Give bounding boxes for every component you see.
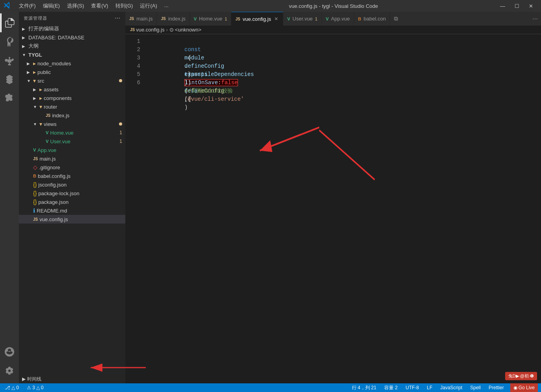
sidebar-item-outline[interactable]: ▶ 大纲: [19, 42, 125, 50]
status-language[interactable]: JavaScript: [439, 383, 464, 392]
sidebar-item-router-index[interactable]: ▶ JS index.js: [19, 111, 125, 120]
file-label: public: [37, 69, 51, 75]
section-label: 打开的编辑器: [28, 25, 59, 32]
tab-home-vue[interactable]: V Home.vue 1: [190, 12, 232, 26]
menu-more[interactable]: ...: [161, 2, 172, 10]
file-label: README.md: [37, 208, 67, 214]
arrow-icon: ▶: [27, 70, 33, 74]
tab-app-vue[interactable]: V App.vue: [322, 12, 354, 26]
sidebar-item-assets[interactable]: ▶ ▸ assets: [19, 85, 125, 94]
sidebar-item-package[interactable]: ▶ {} package.json: [19, 198, 125, 206]
sidebar-item-public[interactable]: ▶ ▸ public: [19, 68, 125, 76]
activity-search-icon[interactable]: [0, 32, 19, 51]
file-label: assets: [44, 87, 59, 92]
encoding-label: UTF-8: [405, 385, 419, 390]
sidebar-item-main-js[interactable]: ▶ JS main.js: [19, 154, 125, 163]
status-spell[interactable]: Spell: [468, 383, 482, 392]
sidebar-item-views[interactable]: ▼ ▾ views: [19, 120, 125, 128]
activity-settings-icon[interactable]: [0, 361, 19, 380]
menu-select[interactable]: 选择(S): [64, 2, 87, 10]
sidebar-item-babel[interactable]: ▶ B babel.config.js: [19, 172, 125, 180]
sidebar: 资源管理器 ⋯ ▶ 打开的编辑器 ▶ DATABASE: DATABASE ▶ …: [19, 12, 125, 383]
tab-label: babel.con: [364, 16, 386, 22]
svg-line-2: [319, 130, 375, 180]
vue-file-icon: V: [46, 139, 48, 144]
status-spaces[interactable]: 容量 2: [383, 383, 399, 392]
breadcrumb-file[interactable]: vue.config.js: [136, 27, 164, 33]
activity-account-icon[interactable]: [0, 342, 19, 361]
git-branch-icon: ⎇: [5, 385, 10, 390]
tab-main-js[interactable]: JS main.js: [125, 12, 157, 26]
json-file-icon: {}: [33, 199, 37, 205]
activity-bar: [0, 12, 19, 383]
file-label: App.vue: [37, 147, 56, 153]
sidebar-item-router[interactable]: ▼ ▾ router: [19, 102, 125, 111]
file-label: User.vue: [50, 139, 70, 144]
line-num-1: 1: [125, 37, 140, 46]
code-line-2: module . exports = defineConfig ({: [151, 46, 541, 54]
sidebar-item-user-vue[interactable]: ▶ V User.vue 1: [19, 137, 125, 146]
code-editor: 1 2 3 4 5 6 const { defineConfig } = req…: [125, 34, 541, 383]
minimize-button[interactable]: —: [495, 2, 510, 11]
tab-index-js[interactable]: JS index.js: [157, 12, 190, 26]
menu-edit[interactable]: 编辑(E): [40, 2, 63, 10]
status-encoding[interactable]: UTF-8: [404, 383, 420, 392]
activity-git-icon[interactable]: [0, 51, 19, 70]
sidebar-item-node-modules[interactable]: ▶ ▸ node_modules: [19, 59, 125, 68]
sidebar-item-components[interactable]: ▶ ▸ components: [19, 94, 125, 102]
line-num-2: 2: [125, 46, 140, 54]
tab-babel[interactable]: B babel.con: [354, 12, 390, 26]
activity-debug-icon[interactable]: [0, 70, 19, 89]
status-prettier[interactable]: Prettier: [487, 383, 506, 392]
sidebar-content: ▶ 打开的编辑器 ▶ DATABASE: DATABASE ▶ 大纲 ▼ TYG…: [19, 24, 125, 375]
breadcrumb-scope[interactable]: <unknown>: [175, 27, 201, 33]
close-button[interactable]: ✕: [524, 2, 538, 11]
sidebar-item-src[interactable]: ▼ ▾ src: [19, 76, 125, 85]
status-golive[interactable]: ◉ Go Live: [510, 383, 538, 392]
sidebar-item-package-lock[interactable]: ▶ {} package-lock.json: [19, 189, 125, 198]
tab-close-button[interactable]: ✕: [273, 16, 279, 22]
section-label: TYGL: [28, 52, 42, 58]
change-badge: 1: [119, 139, 122, 144]
section-label: DATABASE: DATABASE: [28, 35, 84, 41]
tab-user-vue[interactable]: V User.vue 1: [283, 12, 322, 26]
sidebar-item-jsconfig[interactable]: ▶ {} jsconfig.json: [19, 180, 125, 189]
menu-file[interactable]: 文件(F): [16, 2, 39, 10]
tabs-more-icon[interactable]: ⋯: [529, 16, 541, 22]
sidebar-item-database[interactable]: ▶ DATABASE: DATABASE: [19, 33, 125, 42]
md-file-icon: ℹ: [33, 207, 35, 214]
warning-count: 0: [41, 385, 44, 390]
activity-extensions-icon[interactable]: [0, 89, 19, 108]
status-eol[interactable]: LF: [425, 383, 434, 392]
sidebar-item-open-editors[interactable]: ▶ 打开的编辑器: [19, 24, 125, 33]
split-editor-icon[interactable]: ⧉: [391, 15, 401, 22]
position-label: 行 4，列 21: [352, 385, 377, 391]
arrow-icon: ▼: [33, 122, 39, 126]
code-content[interactable]: const { defineConfig } = require ( '@vue…: [145, 34, 541, 383]
sidebar-item-app-vue[interactable]: ▶ V App.vue: [19, 146, 125, 154]
menu-view[interactable]: 查看(V): [88, 2, 111, 10]
timeline-toggle[interactable]: ▶: [22, 376, 26, 382]
sidebar-item-tygl[interactable]: ▼ TYGL: [19, 50, 125, 59]
status-errors[interactable]: ⚠ 3 △ 0: [25, 383, 45, 392]
file-label: src: [37, 78, 44, 84]
sidebar-item-vue-config[interactable]: ▶ JS vue.config.js: [19, 215, 125, 224]
js-tab-icon: JS: [235, 17, 240, 21]
eol-label: LF: [427, 385, 432, 390]
breadcrumb-scope-icon: ⊙: [169, 27, 174, 33]
sidebar-item-readme[interactable]: ▶ ℹ README.md: [19, 206, 125, 215]
maximize-button[interactable]: ☐: [510, 2, 524, 11]
code-line-3: transpileDependencies : true ,: [151, 54, 541, 62]
activity-explorer-icon[interactable]: [0, 13, 19, 32]
menu-run[interactable]: 运行(A): [137, 2, 160, 10]
folder-open-icon: ▾: [39, 121, 42, 127]
status-right: 行 4，列 21 容量 2 UTF-8 LF JavaScript Spell …: [350, 383, 538, 392]
status-branch[interactable]: ⎇ △ 0: [3, 383, 20, 392]
tab-vue-config[interactable]: JS vue.config.js ✕: [231, 12, 283, 26]
sidebar-more-icon[interactable]: ⋯: [115, 15, 121, 21]
sidebar-item-gitignore[interactable]: ▶ ◇ .gitignore: [19, 163, 125, 172]
sidebar-item-home-vue[interactable]: ▶ V Home.vue 1: [19, 128, 125, 137]
menu-goto[interactable]: 转到(G): [112, 2, 136, 10]
sidebar-header: 资源管理器 ⋯: [19, 12, 125, 24]
status-position[interactable]: 行 4，列 21: [350, 383, 378, 392]
